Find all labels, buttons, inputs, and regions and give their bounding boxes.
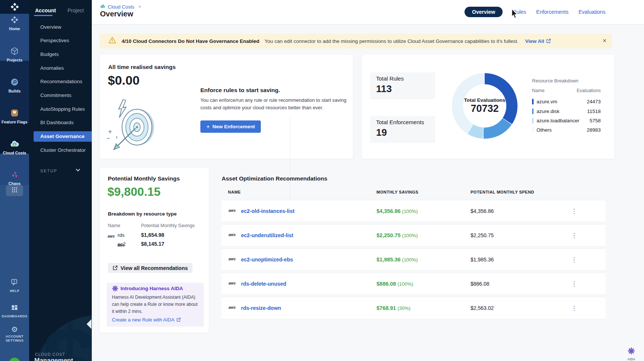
recommendation-savings: $2,250.75 [376, 232, 401, 238]
active-tab-underline [34, 15, 53, 16]
total-enforcements-value: 19 [376, 127, 429, 138]
sidebar-item-autostopping-rules[interactable]: AutoStopping Rules [29, 104, 92, 114]
rail-item-projects[interactable]: Projects [0, 47, 29, 62]
tab-overview[interactable]: Overview [465, 7, 503, 17]
aida-fab[interactable]: AIDA [627, 347, 635, 361]
total-rules-tile: Total Rules 113 [370, 72, 435, 99]
rail-item-builds[interactable]: Builds [0, 78, 29, 93]
kebab-menu-icon[interactable]: ⋮ [571, 232, 577, 240]
sidebar-item-anomalies[interactable]: Anomalies [29, 63, 92, 73]
cta-body: You can enforce/run any rule or rule rec… [200, 97, 350, 112]
user-avatar[interactable]: AM [9, 358, 20, 361]
breakdown-row: azure.disk [532, 109, 560, 114]
rail-item-dashboards[interactable]: DASHBOARDS [0, 304, 29, 318]
breadcrumb-separator: > [138, 4, 141, 9]
recommendation-savings-pct: (100%) [402, 233, 418, 238]
rail-item-label: Projects [0, 58, 29, 62]
aida-promo-title: Introducing Harness AIDA [121, 286, 183, 291]
recommendation-name-link[interactable]: rds-delete-unused [241, 281, 286, 287]
close-icon[interactable]: × [603, 37, 607, 44]
potential-savings-title: Potential Monthly Savings [108, 175, 180, 182]
tab-evaluations[interactable]: Evaluations [578, 9, 605, 15]
series-color-swatch [532, 109, 534, 114]
new-enforcement-button[interactable]: + New Enforcement [200, 120, 261, 133]
sidebar-item-cluster-orchestrator[interactable]: Cluster Orchestrator [29, 145, 92, 156]
create-rule-with-aida-label: Create a new Rule with AIDA [112, 317, 175, 323]
recommendation-spend: $2,250.75 [471, 232, 494, 238]
banner-body: You can edit connector to add the missin… [265, 38, 518, 44]
sidebar-item-budgets[interactable]: Budgets [29, 49, 92, 60]
sidebar-item-perspectives[interactable]: Perspectives [29, 35, 92, 46]
aws-icon: aws [228, 281, 236, 285]
recommendation-spend: $4,356.86 [471, 208, 494, 214]
tab-rules[interactable]: Rules [513, 9, 526, 15]
tab-enforcements[interactable]: Enforcements [536, 9, 568, 15]
recommendation-name-link[interactable]: ec2-underutilized-list [241, 232, 293, 238]
kebab-menu-icon[interactable]: ⋮ [571, 256, 577, 264]
kebab-menu-icon[interactable]: ⋮ [571, 207, 577, 216]
harness-logo-icon[interactable] [0, 2, 29, 13]
sidebar-item-asset-governance[interactable]: Asset Governance [34, 131, 92, 142]
aida-promo-panel: Introducing Harness AIDA Harness AI Deve… [107, 283, 204, 327]
tab-account[interactable]: Account [35, 7, 56, 13]
rail-item-cloud-costs[interactable]: $ Cloud Costs [0, 140, 29, 155]
series-color-swatch [532, 127, 534, 133]
recommendation-name-link[interactable]: ec2-old-instances-list [241, 208, 294, 214]
cloud-dollar-icon: $ [10, 143, 19, 149]
recommendation-row[interactable]: aws ec2-unoptimized-ebs $1,985.36 (100%)… [222, 248, 606, 271]
gear-icon: ⚙ [0, 326, 29, 333]
help-chat-icon: ? [10, 281, 19, 288]
aida-flower-icon [627, 347, 635, 355]
rail-item-label: Home [0, 26, 29, 31]
recommendation-savings: $1,985.36 [376, 257, 401, 263]
rail-item-feature-flags[interactable]: Feature Flags [0, 109, 29, 124]
recommendation-name-link[interactable]: ec2-unoptimized-ebs [241, 257, 293, 263]
sidebar-item-bi-dashboards[interactable]: BI Dashboards [29, 117, 92, 128]
warning-icon [108, 36, 116, 46]
aws-icon: aws [228, 208, 236, 213]
new-enforcement-label: New Enforcement [212, 124, 255, 129]
sidebar-item-recommendations[interactable]: Recommendations [29, 76, 92, 87]
view-all-recommendations-button[interactable]: View all Recommendations [108, 263, 193, 273]
col-header-spend: POTENTIAL MONTHLY SPEND [471, 190, 534, 194]
rail-item-help[interactable]: ? HELP [0, 278, 29, 293]
recommendation-name-link[interactable]: rds-resize-down [241, 305, 281, 311]
recommendation-row[interactable]: aws ec2-underutilized-list $2,250.75 (10… [222, 224, 606, 247]
page-title: Overview [100, 10, 133, 18]
sidebar-footer-title: Management [34, 357, 73, 361]
tab-project[interactable]: Project [68, 7, 84, 13]
external-link-icon [176, 318, 181, 322]
breakdown-row: azure.vm [532, 99, 557, 104]
kebab-menu-icon[interactable]: ⋮ [571, 304, 577, 313]
evaluations-donut-center: Total Evaluations 70732 [463, 84, 506, 128]
rail-item-chaos[interactable]: Chaos [0, 170, 29, 186]
setup-section-toggle[interactable]: SETUP [29, 166, 92, 176]
kebab-menu-icon[interactable]: ⋮ [571, 280, 577, 288]
col-header-name: NAME [228, 190, 241, 194]
banner-view-all-link[interactable]: View All [525, 38, 551, 44]
sidebar-item-overview[interactable]: Overview [29, 22, 92, 32]
aws-icon: aws [228, 305, 236, 310]
rail-item-label: Builds [0, 89, 29, 93]
col-header-savings: MONTHLY SAVINGS [376, 190, 418, 194]
breakdown-value: 24473 [571, 99, 601, 104]
resource-type-savings: $1,654.98 [141, 232, 164, 238]
module-picker-button[interactable] [6, 185, 23, 196]
sidebar-collapse-handle[interactable] [87, 319, 91, 329]
aws-icon: aws [228, 257, 236, 261]
recommendation-savings: $768.91 [376, 305, 396, 311]
sidebar-item-commitments[interactable]: Commitments [29, 90, 92, 101]
total-enforcements-label: Total Enforcements [376, 119, 429, 125]
breadcrumb-cloud-costs-link[interactable]: Cloud Costs [108, 4, 134, 10]
recommendation-row[interactable]: aws rds-delete-unused $886.08 (100%) $88… [222, 273, 606, 295]
module-rail: Home Projects Builds Feature Flags $ Clo… [0, 0, 29, 361]
potential-col-savings: Potential Monthly Savings [141, 223, 195, 228]
recommendation-row[interactable]: aws rds-resize-down $768.91 (30%) $2,563… [222, 297, 606, 319]
rail-item-label: ACCOUNT [0, 335, 29, 338]
rail-item-home[interactable]: Home [0, 16, 29, 31]
create-rule-with-aida-link[interactable]: Create a new Rule with AIDA [112, 317, 181, 323]
recommendation-savings: $4,356.86 [376, 208, 401, 214]
recommendation-row[interactable]: aws ec2-old-instances-list $4,356.86 (10… [222, 200, 606, 222]
rail-item-account-settings[interactable]: ⚙ ACCOUNT SETTINGS [0, 326, 29, 342]
recommendation-savings-pct: (100%) [397, 281, 413, 287]
